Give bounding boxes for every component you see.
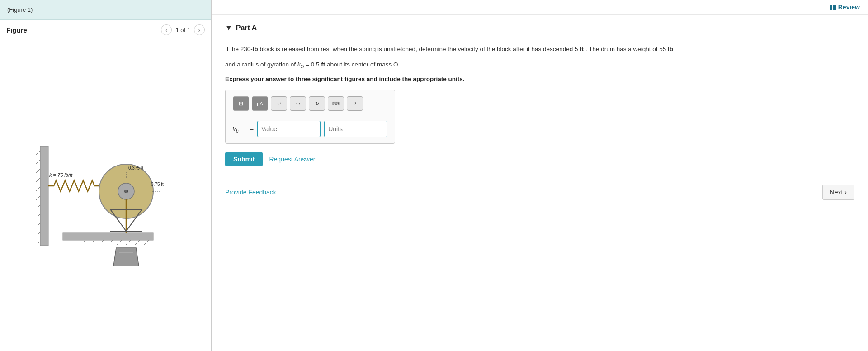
- svg-line-3: [36, 169, 40, 173]
- svg-text:0.75 ft: 0.75 ft: [151, 182, 164, 187]
- help-button[interactable]: ?: [347, 96, 363, 111]
- svg-line-21: [135, 240, 140, 245]
- refresh-button[interactable]: ↻: [309, 96, 325, 111]
- svg-line-8: [36, 214, 40, 218]
- svg-rect-0: [40, 146, 48, 246]
- grid-icon: ⊞: [239, 100, 243, 107]
- svg-line-19: [117, 240, 122, 245]
- chevron-left-icon: ‹: [165, 27, 167, 33]
- redo-icon: ↪: [296, 101, 300, 107]
- help-icon: ?: [354, 101, 356, 106]
- part-collapse-arrow[interactable]: ▼: [225, 24, 232, 32]
- svg-line-9: [36, 223, 40, 228]
- figure-nav: Figure ‹ 1 of 1 ›: [0, 20, 211, 40]
- keyboard-button[interactable]: ⌨: [328, 96, 344, 111]
- svg-line-16: [90, 240, 94, 245]
- figure-nav-controls: ‹ 1 of 1 ›: [161, 24, 205, 35]
- review-label: Review: [838, 4, 860, 11]
- right-panel: Review ▼ Part A If the 230-lb block is r…: [212, 0, 868, 351]
- input-row: vb =: [233, 121, 387, 137]
- svg-line-11: [36, 241, 40, 246]
- undo-icon: ↩: [277, 101, 281, 107]
- svg-text:0.375 ft: 0.375 ft: [128, 166, 144, 171]
- answer-container: ⊞ μA ↩ ↪ ↻ ⌨ ?: [225, 90, 395, 144]
- review-bar: Review: [212, 0, 868, 15]
- submit-button[interactable]: Submit: [225, 152, 263, 166]
- figure-image-area: k = 75 lb/ft O 0.375 ft 0.75 ft: [0, 40, 211, 351]
- keyboard-icon: ⌨: [332, 101, 340, 107]
- svg-line-6: [36, 196, 40, 200]
- svg-marker-36: [113, 248, 139, 266]
- next-arrow-icon: ›: [844, 189, 847, 196]
- svg-line-1: [36, 151, 40, 155]
- submit-label: Submit: [233, 156, 255, 163]
- toolbar: ⊞ μA ↩ ↪ ↻ ⌨ ?: [233, 96, 387, 114]
- feedback-row: Provide Feedback Next ›: [225, 180, 854, 200]
- request-answer-button[interactable]: Request Answer: [269, 156, 315, 163]
- variable-label: vb: [233, 125, 246, 133]
- units-input[interactable]: [324, 121, 387, 137]
- svg-rect-12: [63, 233, 153, 240]
- svg-line-5: [36, 187, 40, 191]
- page-indicator: 1 of 1: [175, 27, 190, 33]
- svg-line-10: [36, 232, 40, 237]
- svg-line-18: [108, 240, 113, 245]
- figure-label: (Figure 1): [0, 0, 211, 20]
- mu-icon: μA: [257, 101, 263, 106]
- svg-text:O: O: [124, 189, 128, 194]
- svg-line-4: [36, 178, 40, 182]
- svg-line-2: [36, 160, 40, 164]
- content-area: ▼ Part A If the 230-lb block is released…: [212, 15, 868, 351]
- svg-line-13: [63, 240, 67, 245]
- refresh-icon: ↻: [315, 101, 319, 107]
- part-title: Part A: [236, 24, 257, 32]
- request-answer-label: Request Answer: [269, 156, 315, 163]
- review-link[interactable]: Review: [830, 4, 860, 11]
- nav-next-button[interactable]: ›: [194, 24, 205, 35]
- svg-line-22: [144, 240, 149, 245]
- value-input[interactable]: [257, 121, 321, 137]
- figure-title: Figure: [6, 26, 27, 34]
- svg-line-17: [99, 240, 104, 245]
- grid-icon-button[interactable]: ⊞: [233, 96, 249, 111]
- nav-prev-button[interactable]: ‹: [161, 24, 172, 35]
- provide-feedback-link[interactable]: Provide Feedback: [225, 189, 276, 196]
- problem-text-1: If the 230-lb block is released from res…: [225, 44, 854, 54]
- undo-button[interactable]: ↩: [271, 96, 287, 111]
- left-panel: (Figure 1) Figure ‹ 1 of 1 ›: [0, 0, 212, 351]
- figure-label-text: (Figure 1): [7, 6, 33, 13]
- figure-svg: k = 75 lb/ft O 0.375 ft 0.75 ft: [36, 119, 176, 273]
- review-icon: [830, 5, 836, 10]
- mu-icon-button[interactable]: μA: [252, 96, 268, 111]
- express-text: Express your answer to three significant…: [225, 76, 854, 82]
- svg-text:k = 75 lb/ft: k = 75 lb/ft: [49, 172, 73, 178]
- svg-line-14: [72, 240, 76, 245]
- problem-text-2: and a radius of gyration of kO = 0.5 ft …: [225, 60, 854, 71]
- redo-button[interactable]: ↪: [290, 96, 306, 111]
- next-label: Next: [830, 189, 843, 196]
- svg-line-7: [36, 205, 40, 209]
- chevron-right-icon: ›: [198, 27, 200, 33]
- next-button[interactable]: Next ›: [822, 185, 854, 200]
- svg-line-20: [126, 240, 131, 245]
- provide-feedback-label: Provide Feedback: [225, 189, 276, 196]
- equals-sign: =: [250, 125, 254, 133]
- action-row: Submit Request Answer: [225, 152, 854, 166]
- part-header: ▼ Part A: [225, 24, 854, 37]
- svg-line-15: [81, 240, 85, 245]
